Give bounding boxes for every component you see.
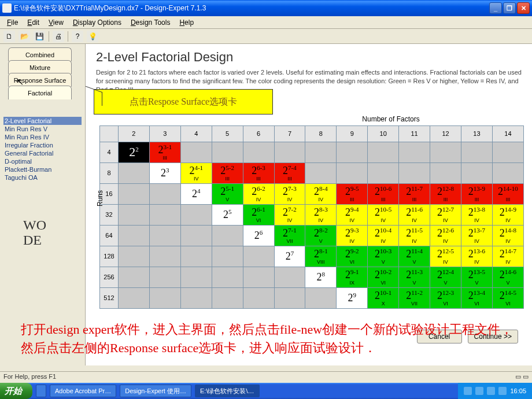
- design-cell[interactable]: 27-3IV: [274, 183, 305, 204]
- new-icon[interactable]: 🗋: [3, 31, 15, 42]
- tab-mixture[interactable]: Mixture: [8, 60, 72, 74]
- design-cell: [368, 162, 399, 183]
- design-cell[interactable]: 213-6IV: [461, 246, 492, 267]
- print-icon[interactable]: 🖨: [53, 31, 64, 42]
- design-cell[interactable]: 210-3V: [368, 246, 399, 267]
- tree-item[interactable]: 2-Level Factorial: [3, 117, 82, 125]
- design-cell[interactable]: 211-2VII: [399, 287, 430, 308]
- design-cell[interactable]: 24-1IV: [180, 162, 212, 183]
- design-cell[interactable]: 29: [337, 287, 368, 308]
- design-cell[interactable]: 27-1VII: [274, 225, 305, 246]
- design-cell[interactable]: 212-5IV: [430, 246, 461, 267]
- design-cell[interactable]: 210-1X: [368, 287, 399, 308]
- design-cell[interactable]: 27-2IV: [274, 204, 305, 225]
- design-cell[interactable]: 23-1III: [149, 142, 180, 162]
- design-cell[interactable]: 28-1VIII: [305, 246, 337, 267]
- design-cell[interactable]: 213-4VI: [461, 287, 492, 308]
- tray-icon[interactable]: [464, 387, 472, 395]
- design-cell[interactable]: 213-7IV: [461, 225, 492, 246]
- tab-factorial[interactable]: Factorial: [8, 86, 72, 99]
- design-cell[interactable]: 212-7IV: [430, 204, 461, 225]
- design-cell[interactable]: 22: [118, 142, 149, 162]
- design-cell[interactable]: 211-3V: [399, 267, 430, 287]
- taskbar-item[interactable]: Adobe Acrobat Pr…: [50, 385, 116, 397]
- design-cell[interactable]: 29-5III: [337, 183, 368, 204]
- design-cell[interactable]: 214-10III: [492, 183, 523, 204]
- design-cell[interactable]: 212-3VI: [430, 287, 461, 308]
- menu-view[interactable]: View: [44, 17, 68, 28]
- design-cell[interactable]: 27: [274, 246, 305, 267]
- tray-icon[interactable]: [487, 387, 495, 395]
- design-cell[interactable]: 26: [243, 225, 274, 246]
- menu-design-tools[interactable]: Design Tools: [126, 17, 175, 28]
- tree-item[interactable]: Min Run Res IV: [3, 133, 82, 141]
- design-cell[interactable]: 23: [149, 162, 180, 183]
- design-cell[interactable]: 25-1V: [212, 183, 243, 204]
- design-cell: [430, 142, 461, 162]
- design-cell[interactable]: 211-4V: [399, 246, 430, 267]
- design-cell[interactable]: 214-5VI: [492, 287, 523, 308]
- design-cell[interactable]: 29-1IX: [337, 267, 368, 287]
- design-cell: [337, 142, 368, 162]
- design-cell[interactable]: 214-6V: [492, 267, 523, 287]
- tree-item[interactable]: D-optimal: [3, 157, 82, 165]
- design-cell[interactable]: 25-2III: [212, 162, 243, 183]
- tips-icon[interactable]: 💡: [87, 31, 98, 42]
- minimize-button[interactable]: _: [489, 2, 502, 14]
- menu-file[interactable]: File: [2, 17, 23, 28]
- design-cell[interactable]: 214-8IV: [492, 225, 523, 246]
- toolbar-separator: [49, 31, 49, 42]
- design-cell[interactable]: 210-4IV: [368, 225, 399, 246]
- tray-icon[interactable]: [475, 387, 483, 395]
- tab-combined[interactable]: Combined: [8, 47, 72, 61]
- design-cell[interactable]: 211-6IV: [399, 204, 430, 225]
- tree-item[interactable]: General Factorial: [3, 149, 82, 157]
- design-cell[interactable]: 29-4IV: [337, 204, 368, 225]
- design-cell[interactable]: 26-2IV: [243, 183, 274, 204]
- start-button[interactable]: 开始: [0, 383, 32, 399]
- help-icon[interactable]: ?: [72, 31, 83, 42]
- design-cell[interactable]: 211-5IV: [399, 225, 430, 246]
- design-cell[interactable]: 26-3III: [243, 162, 274, 183]
- design-cell[interactable]: 211-7III: [399, 183, 430, 204]
- design-cell[interactable]: 28-3IV: [305, 204, 337, 225]
- menu-help[interactable]: Help: [175, 17, 198, 28]
- taskbar-item-active[interactable]: E:\绿色软件安装\…: [195, 385, 260, 397]
- tree-item[interactable]: Plackett-Burman: [3, 165, 82, 173]
- design-cell[interactable]: 213-8IV: [461, 204, 492, 225]
- design-cell[interactable]: 210-5IV: [368, 204, 399, 225]
- design-cell[interactable]: 212-6IV: [430, 225, 461, 246]
- close-button[interactable]: ✕: [517, 2, 530, 14]
- menu-display-options[interactable]: Display Options: [68, 17, 126, 28]
- open-icon[interactable]: 📂: [19, 31, 30, 42]
- design-cell: [180, 287, 212, 308]
- taskbar-item[interactable]: Design-Expert 使用…: [120, 385, 191, 397]
- design-cell[interactable]: 214-9IV: [492, 204, 523, 225]
- design-cell[interactable]: 29-3IV: [337, 225, 368, 246]
- save-icon[interactable]: 💾: [34, 31, 45, 42]
- design-cell: [212, 142, 243, 162]
- design-cell[interactable]: 29-2VI: [337, 246, 368, 267]
- tree-item[interactable]: Taguchi OA: [3, 173, 82, 182]
- design-cell[interactable]: 25: [212, 204, 243, 225]
- design-cell[interactable]: 213-5V: [461, 267, 492, 287]
- design-cell[interactable]: 24: [180, 183, 212, 204]
- design-cell[interactable]: 28-2V: [305, 225, 337, 246]
- design-cell[interactable]: 28-4IV: [305, 183, 337, 204]
- design-cell[interactable]: 210-6III: [368, 183, 399, 204]
- design-cell[interactable]: 212-4V: [430, 267, 461, 287]
- maximize-button[interactable]: ❐: [503, 2, 516, 14]
- design-cell[interactable]: 213-9III: [461, 183, 492, 204]
- design-cell[interactable]: 28: [305, 267, 337, 287]
- design-cell[interactable]: 27-4III: [274, 162, 305, 183]
- design-cell[interactable]: 212-8III: [430, 183, 461, 204]
- instruction-overlay: 打开design expert软件，进入主界面，然后点击file-new创建一个…: [21, 320, 519, 357]
- tray-icon[interactable]: [498, 387, 507, 395]
- design-cell[interactable]: 210-2VI: [368, 267, 399, 287]
- taskbar-item[interactable]: [36, 385, 46, 397]
- menu-edit[interactable]: Edit: [23, 17, 44, 28]
- tree-item[interactable]: Min Run Res V: [3, 125, 82, 133]
- design-cell[interactable]: 26-1VI: [243, 204, 274, 225]
- tree-item[interactable]: Irregular Fraction: [3, 141, 82, 149]
- design-cell[interactable]: 214-7IV: [492, 246, 523, 267]
